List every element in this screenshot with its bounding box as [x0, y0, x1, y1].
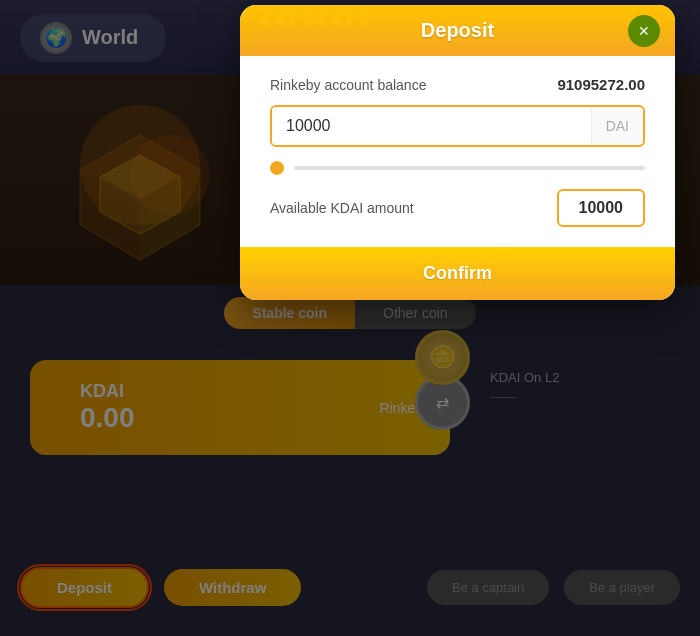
amount-input[interactable] [272, 107, 591, 145]
slider-track[interactable] [294, 166, 645, 170]
modal-footer[interactable]: Confirm [240, 247, 675, 300]
balance-value: 91095272.00 [557, 76, 645, 93]
modal-body: Rinkeby account balance 91095272.00 DAI … [240, 56, 675, 227]
slider-row [270, 161, 645, 175]
balance-row: Rinkeby account balance 91095272.00 [270, 76, 645, 93]
modal-header: Deposit ✕ [240, 5, 675, 56]
close-icon: ✕ [638, 23, 650, 39]
available-label: Available KDAI amount [270, 200, 414, 216]
available-value: 10000 [557, 189, 646, 227]
balance-label: Rinkeby account balance [270, 77, 426, 93]
dai-label: DAI [591, 108, 643, 144]
deposit-modal: Deposit ✕ Rinkeby account balance 910952… [240, 5, 675, 300]
modal-close-button[interactable]: ✕ [628, 15, 660, 47]
available-row: Available KDAI amount 10000 [270, 189, 645, 227]
modal-title: Deposit [421, 19, 494, 42]
confirm-button[interactable]: Confirm [423, 263, 492, 284]
amount-input-row: DAI [270, 105, 645, 147]
slider-dot [270, 161, 284, 175]
